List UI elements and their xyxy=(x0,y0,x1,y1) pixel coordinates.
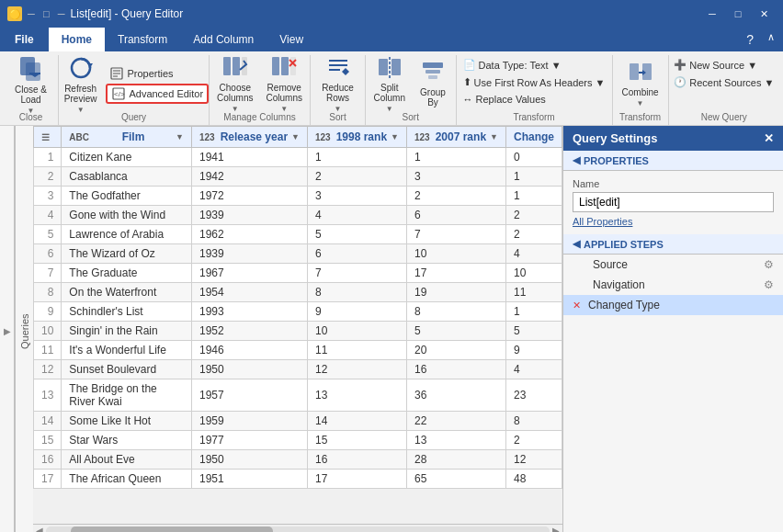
queries-panel[interactable]: Queries xyxy=(15,126,33,532)
group-by-button[interactable]: GroupBy xyxy=(413,57,453,110)
data-cell: 16 xyxy=(307,450,406,470)
data-cell: 7 xyxy=(307,264,406,283)
tab-file[interactable]: File xyxy=(0,28,49,51)
row-number-cell: 11 xyxy=(34,341,62,360)
svg-rect-12 xyxy=(223,57,231,75)
data-cell: 1946 xyxy=(191,341,307,360)
step-delete-btn[interactable]: ✕ xyxy=(573,300,581,311)
row-number-cell: 5 xyxy=(34,225,62,244)
row-number-cell: 17 xyxy=(34,470,62,489)
rank-1998-col-label: 1998 rank xyxy=(336,130,387,143)
table-row: 4Gone with the Wind1939462 xyxy=(34,206,562,225)
data-grid-container: ☰ ABC Film ▼ 123 Releas xyxy=(33,126,562,532)
step-label: Changed Type xyxy=(588,299,660,311)
data-cell: 1967 xyxy=(191,264,307,283)
tab-home[interactable]: Home xyxy=(49,28,105,51)
data-cell: 3 xyxy=(307,187,406,206)
data-cell: 6 xyxy=(406,206,505,225)
svg-rect-29 xyxy=(428,75,437,79)
col-header-release-year[interactable]: 123 Release year ▼ xyxy=(191,127,307,148)
minimize-btn[interactable]: ─ xyxy=(700,5,724,23)
row-number-cell: 1 xyxy=(34,148,62,167)
advanced-editor-button[interactable]: </> Advanced Editor xyxy=(106,84,209,104)
all-properties-link[interactable]: All Properties xyxy=(573,216,774,227)
data-cell: 8 xyxy=(505,412,562,431)
applied-step-item[interactable]: ✕ Changed Type xyxy=(563,295,783,315)
svg-rect-30 xyxy=(630,63,639,80)
help-btn[interactable]: ? xyxy=(741,28,759,51)
film-filter-icon[interactable]: ▼ xyxy=(176,132,184,141)
expand-queries-btn[interactable]: ▶ xyxy=(0,126,15,532)
replace-values-label: Replace Values xyxy=(476,94,546,105)
step-settings-icon[interactable]: ⚙ xyxy=(764,278,774,291)
properties-icon xyxy=(109,66,124,81)
rank-1998-filter-icon[interactable]: ▼ xyxy=(391,132,399,141)
data-cell: 15 xyxy=(307,431,406,450)
maximize-btn[interactable]: □ xyxy=(726,5,750,23)
data-cell: 1977 xyxy=(191,431,307,450)
row-number-cell: 2 xyxy=(34,167,62,187)
table-row: 14Some Like It Hot195914228 xyxy=(34,412,562,431)
data-grid[interactable]: ☰ ABC Film ▼ 123 Releas xyxy=(33,126,562,524)
ribbon-collapse-btn[interactable]: ∧ xyxy=(759,28,783,46)
table-row: 16All About Eve1950162812 xyxy=(34,450,562,470)
tab-add-column[interactable]: Add Column xyxy=(180,28,267,51)
close-btn[interactable]: ✕ xyxy=(752,5,776,23)
tab-transform[interactable]: Transform xyxy=(105,28,180,51)
choose-columns-button[interactable]: ChooseColumns ▼ xyxy=(211,57,258,110)
data-cell: 19 xyxy=(406,283,505,302)
name-input[interactable] xyxy=(573,192,774,212)
data-cell: 1950 xyxy=(191,360,307,379)
data-cell: 28 xyxy=(406,450,505,470)
table-body: 1Citizen Kane19411102Casablanca19422313T… xyxy=(34,148,562,489)
data-cell: 8 xyxy=(307,283,406,302)
svg-rect-1 xyxy=(26,62,40,81)
new-source-button[interactable]: ➕ New Source ▼ xyxy=(670,57,761,73)
svg-marker-5 xyxy=(87,63,93,68)
data-cell: 5 xyxy=(307,225,406,244)
col-header-rank-1998[interactable]: 123 1998 rank ▼ xyxy=(307,127,406,148)
step-settings-icon[interactable]: ⚙ xyxy=(764,258,774,271)
scroll-track[interactable] xyxy=(46,526,550,533)
row-number-cell: 14 xyxy=(34,412,62,431)
applied-step-item[interactable]: Source ⚙ xyxy=(563,255,783,275)
split-column-icon xyxy=(375,55,404,81)
rank-2007-filter-icon[interactable]: ▼ xyxy=(490,132,498,141)
combine-button[interactable]: Combine ▼ xyxy=(617,57,664,110)
table-row: 11It's a Wonderful Life194611209 xyxy=(34,341,562,360)
release-year-filter-icon[interactable]: ▼ xyxy=(291,132,300,141)
window-controls[interactable]: ─ □ ✕ xyxy=(700,5,776,23)
query-settings-close-btn[interactable]: ✕ xyxy=(764,131,774,145)
close-load-label: Close &Load xyxy=(15,85,47,105)
replace-values-button[interactable]: ↔ Replace Values xyxy=(460,92,550,107)
svg-rect-25 xyxy=(392,59,401,75)
data-type-button[interactable]: 📄 Data Type: Text ▼ xyxy=(460,57,565,73)
applied-step-item[interactable]: Navigation ⚙ xyxy=(563,275,783,295)
col-header-film[interactable]: ABC Film ▼ xyxy=(62,127,192,148)
data-cell: 23 xyxy=(505,379,562,412)
use-first-row-button[interactable]: ⬆ Use First Row As Headers ▼ xyxy=(460,74,609,90)
remove-columns-button[interactable]: RemoveColumns ▼ xyxy=(261,57,308,110)
tab-view[interactable]: View xyxy=(267,28,316,51)
col-header-rank-2007[interactable]: 123 2007 rank ▼ xyxy=(406,127,505,148)
properties-section-label: PROPERTIES xyxy=(584,155,649,166)
table-row: 13The Bridge on the River Kwai1957133623 xyxy=(34,379,562,412)
reduce-rows-button[interactable]: ReduceRows ▼ xyxy=(316,57,358,110)
split-column-button[interactable]: SplitColumn ▼ xyxy=(369,57,411,110)
properties-button[interactable]: Properties xyxy=(106,64,209,83)
data-cell: 1952 xyxy=(191,322,307,341)
scroll-thumb[interactable] xyxy=(71,526,272,533)
scroll-right-btn[interactable]: ▶ xyxy=(550,526,562,532)
data-cell: 9 xyxy=(505,341,562,360)
col-header-change[interactable]: Change xyxy=(505,127,562,148)
scroll-left-btn[interactable]: ◀ xyxy=(33,526,46,532)
refresh-preview-button[interactable]: RefreshPreview ▼ xyxy=(59,57,103,110)
horizontal-scrollbar[interactable]: ◀ ▶ xyxy=(33,524,562,532)
row-number-cell: 16 xyxy=(34,450,62,470)
manage-columns-label: Manage Columns xyxy=(223,110,295,125)
query-settings-title-bar: Query Settings ✕ xyxy=(563,126,783,151)
data-cell: 1939 xyxy=(191,206,307,225)
step-label: Source xyxy=(593,258,628,271)
recent-sources-button[interactable]: 🕐 Recent Sources ▼ xyxy=(670,74,777,90)
close-load-button[interactable]: Close &Load ▼ xyxy=(9,57,52,110)
